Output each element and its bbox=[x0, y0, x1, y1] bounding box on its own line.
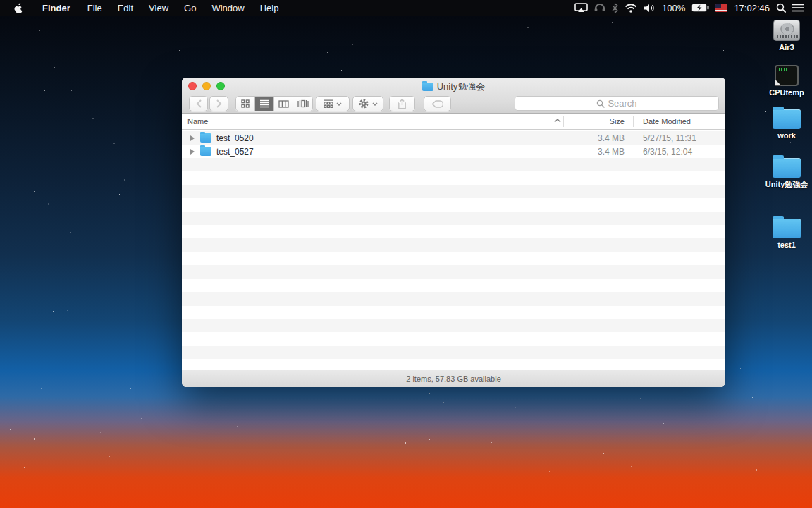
chevron-right-icon bbox=[216, 99, 222, 108]
desktop-icon-label: test1 bbox=[777, 241, 796, 249]
star bbox=[752, 397, 753, 398]
toolbar: Search bbox=[189, 96, 719, 111]
window-title-area: Unity勉強会 bbox=[182, 80, 725, 92]
star bbox=[443, 402, 444, 403]
menu-item-edit[interactable]: Edit bbox=[110, 0, 141, 16]
spotlight-search-icon[interactable] bbox=[776, 3, 786, 13]
star bbox=[553, 495, 553, 496]
star bbox=[451, 433, 452, 433]
star bbox=[24, 467, 25, 468]
folder-icon bbox=[200, 133, 211, 143]
desktop-icon-cputemp[interactable]: CPUtemp bbox=[760, 65, 812, 97]
file-row-test-0520[interactable]: test_0520 3.4 MB 5/27/15, 11:31 bbox=[182, 131, 725, 145]
column-divider[interactable] bbox=[633, 116, 634, 127]
menu-item-view[interactable]: View bbox=[141, 0, 176, 16]
star bbox=[48, 442, 49, 442]
file-name: test_0527 bbox=[216, 147, 254, 157]
star bbox=[34, 191, 35, 192]
star bbox=[33, 123, 34, 123]
menu-bar: Finder File Edit View Go Window Help 100… bbox=[0, 0, 812, 16]
star bbox=[237, 426, 238, 427]
file-name: test_0520 bbox=[216, 133, 254, 143]
desktop-icon-label: Air3 bbox=[779, 43, 794, 52]
column-header-size[interactable]: Size bbox=[564, 117, 625, 126]
search-input[interactable]: Search bbox=[515, 96, 719, 111]
star bbox=[427, 63, 428, 64]
desktop-icon-work[interactable]: work bbox=[760, 109, 812, 140]
volume-icon[interactable] bbox=[644, 4, 656, 13]
column-header-name[interactable]: Name bbox=[187, 117, 208, 126]
menu-item-finder[interactable]: Finder bbox=[33, 0, 80, 16]
notification-center-icon[interactable] bbox=[792, 4, 804, 12]
star bbox=[130, 388, 131, 389]
star bbox=[352, 44, 353, 45]
bluetooth-icon[interactable] bbox=[612, 3, 618, 13]
file-size: 3.4 MB bbox=[564, 133, 625, 143]
star bbox=[491, 442, 492, 443]
back-button[interactable] bbox=[189, 96, 208, 111]
star bbox=[580, 461, 581, 461]
star bbox=[515, 407, 516, 408]
menu-bar-clock[interactable]: 17:02:46 bbox=[734, 3, 770, 13]
star bbox=[102, 253, 102, 253]
star bbox=[327, 52, 328, 53]
arrange-button[interactable] bbox=[316, 96, 350, 111]
star bbox=[799, 274, 799, 275]
status-text: 2 items, 57.83 GB available bbox=[406, 375, 501, 383]
star bbox=[769, 157, 770, 157]
desktop-icon-test1[interactable]: test1 bbox=[760, 219, 812, 249]
star bbox=[53, 311, 54, 312]
file-date-modified: 5/27/15, 11:31 bbox=[643, 133, 696, 143]
tag-button[interactable] bbox=[424, 96, 451, 111]
apple-icon bbox=[14, 3, 23, 13]
desktop-icon-air3[interactable]: Air3 bbox=[760, 20, 812, 52]
star bbox=[65, 392, 66, 392]
action-button[interactable] bbox=[352, 96, 383, 111]
view-switcher bbox=[235, 96, 313, 111]
star bbox=[756, 469, 757, 471]
star bbox=[34, 438, 35, 440]
chevron-left-icon bbox=[196, 99, 202, 108]
star bbox=[0, 155, 1, 155]
star bbox=[546, 466, 547, 466]
column-header-date-modified[interactable]: Date Modified bbox=[643, 117, 691, 126]
list-view-button[interactable] bbox=[255, 97, 274, 111]
menu-item-file[interactable]: File bbox=[80, 0, 110, 16]
disclosure-triangle-icon[interactable] bbox=[190, 149, 195, 155]
file-list[interactable]: test_0520 3.4 MB 5/27/15, 11:31 test_052… bbox=[182, 130, 725, 370]
star bbox=[469, 23, 469, 24]
input-language-flag-icon[interactable] bbox=[715, 4, 727, 12]
share-icon bbox=[398, 99, 407, 109]
coverflow-view-icon bbox=[297, 99, 309, 108]
window-chrome[interactable]: Unity勉強会 bbox=[182, 78, 725, 114]
menu-item-go[interactable]: Go bbox=[176, 0, 204, 16]
star bbox=[128, 257, 128, 258]
star bbox=[740, 368, 741, 369]
icon-view-button[interactable] bbox=[236, 97, 255, 111]
status-bar: 2 items, 57.83 GB available bbox=[182, 370, 725, 387]
battery-icon[interactable] bbox=[691, 4, 709, 12]
file-row-test-0527[interactable]: test_0527 3.4 MB 6/3/15, 12:04 bbox=[182, 145, 725, 158]
star bbox=[429, 439, 430, 440]
share-button[interactable] bbox=[389, 96, 415, 111]
wifi-icon[interactable] bbox=[625, 4, 637, 13]
airplay-icon[interactable] bbox=[574, 3, 588, 13]
phone-icon[interactable] bbox=[594, 3, 605, 13]
desktop-icon-unity[interactable]: Unity勉強会 bbox=[760, 158, 812, 188]
star bbox=[119, 194, 120, 195]
menu-item-help[interactable]: Help bbox=[252, 0, 287, 16]
star bbox=[51, 317, 52, 318]
star bbox=[549, 471, 550, 472]
star bbox=[39, 30, 40, 31]
menu-item-window[interactable]: Window bbox=[204, 0, 252, 16]
desktop-icon-label: CPUtemp bbox=[769, 88, 804, 97]
coverflow-view-button[interactable] bbox=[293, 97, 312, 111]
column-view-button[interactable] bbox=[274, 97, 293, 111]
star bbox=[679, 465, 679, 466]
disclosure-triangle-icon[interactable] bbox=[190, 135, 195, 141]
forward-button[interactable] bbox=[209, 96, 228, 111]
desktop-icon-label: work bbox=[777, 131, 796, 140]
search-placeholder: Search bbox=[608, 98, 636, 109]
apple-menu[interactable] bbox=[0, 3, 33, 13]
star bbox=[141, 418, 142, 419]
